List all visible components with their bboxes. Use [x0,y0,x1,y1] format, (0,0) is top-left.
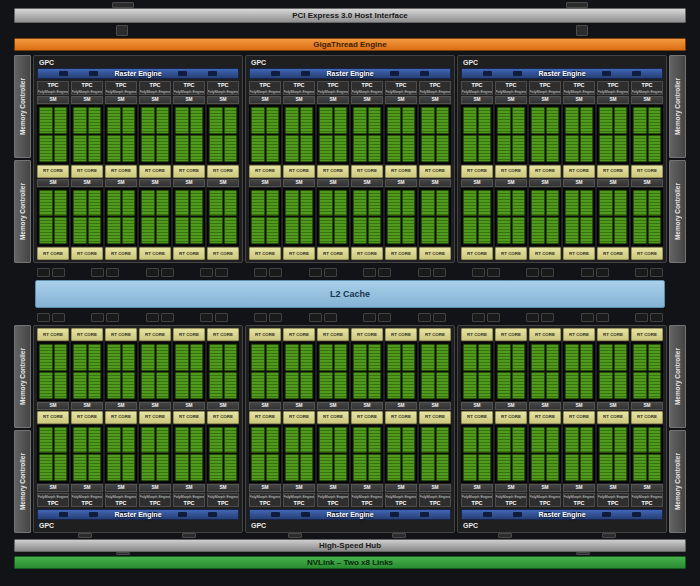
cuda-core-block [387,454,401,481]
sm-label: SM [219,98,226,103]
cuda-core-block [209,454,223,481]
cuda-core-block [421,135,435,162]
sm-header-strip: SM [173,402,205,410]
sm-header-strip: SM [139,402,171,410]
tpc-block: TPCPolyMorph EngineSMRT CORESMRT CORE [385,81,417,260]
sm-block: SMRT CORE [283,96,315,178]
sm-block: SMRT CORE [529,411,561,493]
core-grid [105,342,137,401]
gpc-row-bottom: GPCRaster EngineTPCPolyMorph EngineSMRT … [33,325,667,533]
cuda-core-block [580,372,594,399]
rt-core-label: RT CORE [501,169,521,173]
tpc-label: TPC [540,83,551,88]
core-grid [563,425,595,484]
sm-label: SM [609,486,616,491]
sm-block: SMRT CORE [173,96,205,178]
sm-block: SMRT CORE [495,411,527,493]
cuda-core-block [512,135,526,162]
core-grid [351,188,383,247]
polymorph-engine-label: PolyMorph Engine [139,495,170,498]
cuda-core-block [266,107,280,134]
tpc-block: TPCPolyMorph EngineSMRT CORESMRT CORE [37,81,69,260]
cuda-core-block [209,217,223,244]
cuda-core-block [353,344,367,371]
tpc-label: TPC [184,83,195,88]
core-grid [529,188,561,247]
cuda-core-block [39,135,53,162]
gpc-area: GPCRaster EngineTPCPolyMorph EngineSMRT … [33,55,667,533]
cuda-core-block [334,372,348,399]
tpc-block: TPCPolyMorph EngineSMRT CORESMRT CORE [71,328,103,507]
crossbar-tick-pair [363,313,391,322]
sm-block: SMRT CORE [351,328,383,410]
cuda-core-block [463,344,477,371]
cuda-core-block [512,107,526,134]
core-grid [563,188,595,247]
cuda-core-block [633,427,647,454]
sm-block: SMRT CORE [563,96,595,178]
crossbar-tick-pair [254,313,282,322]
tpc-block: TPCPolyMorph EngineSMRT CORESMRT CORE [563,328,595,507]
sm-block: SMRT CORE [105,411,137,493]
crossbar-tick [650,313,663,322]
gpc-label: GPC [251,59,266,66]
pcie-host-interface-label: PCI Express 3.0 Host Interface [292,12,408,20]
gpc-block: GPCRaster EngineTPCPolyMorph EngineSMRT … [245,55,455,263]
sm-block: SMRT CORE [105,328,137,410]
tpc-label: TPC [642,501,653,506]
cuda-core-block [580,135,594,162]
memory-controller-label: Memory Controller [17,348,28,405]
cuda-core-block [54,135,68,162]
rt-core-block: RT CORE [249,328,281,341]
crossbar-tick [91,268,104,277]
gpc-label: GPC [39,59,54,66]
polymorph-engine-label: PolyMorph Engine [249,495,280,498]
sm-label: SM [219,403,226,408]
l2-cache-bar: L2 Cache [35,280,665,308]
cuda-core-block [190,427,204,454]
cuda-core-block [478,454,492,481]
sm-block: SMRT CORE [317,328,349,410]
cuda-core-block [175,107,189,134]
sm-block: SMRT CORE [351,411,383,493]
sm-block: SMRT CORE [37,328,69,410]
core-grid [529,342,561,401]
cuda-core-block [190,107,204,134]
cuda-core-block [175,344,189,371]
cuda-core-block [266,217,280,244]
polymorph-engine-label: PolyMorph Engine [495,495,526,498]
tpc-label: TPC [82,501,93,506]
sm-label: SM [49,486,56,491]
sm-header-strip: SM [317,179,349,187]
connector-notch [182,533,196,538]
rt-core-label: RT CORE [179,251,199,255]
sm-label: SM [117,486,124,491]
cuda-core-block [614,454,628,481]
rt-core-block: RT CORE [529,328,561,341]
sm-header-strip: SM [71,402,103,410]
core-grid [631,105,663,164]
cuda-core-block [580,217,594,244]
cuda-core-block [648,217,662,244]
sm-block: SMRT CORE [631,411,663,493]
core-grid [529,105,561,164]
polymorph-engine-label: PolyMorph Engine [317,90,348,93]
gigathread-engine-bar: GigaThread Engine [14,38,686,51]
high-speed-hub-bar: High-Speed Hub [14,539,686,552]
cuda-core-block [107,427,121,454]
polymorph-engine-label: PolyMorph Engine [351,90,382,93]
crossbar-tick-pair [581,268,609,277]
core-grid [283,425,315,484]
rt-core-block: RT CORE [597,328,629,341]
crossbar-tick [363,268,376,277]
crossbar-tick [541,313,554,322]
raster-engine-bar: Raster Engine [461,509,663,520]
core-grid [105,105,137,164]
rt-core-block: RT CORE [317,411,349,424]
core-grid [385,342,417,401]
cuda-core-block [54,344,68,371]
cuda-core-block [107,107,121,134]
crossbar-tick [433,313,446,322]
rt-core-block: RT CORE [105,411,137,424]
tpc-row: TPCPolyMorph EngineSMRT CORESMRT CORETPC… [37,328,239,507]
